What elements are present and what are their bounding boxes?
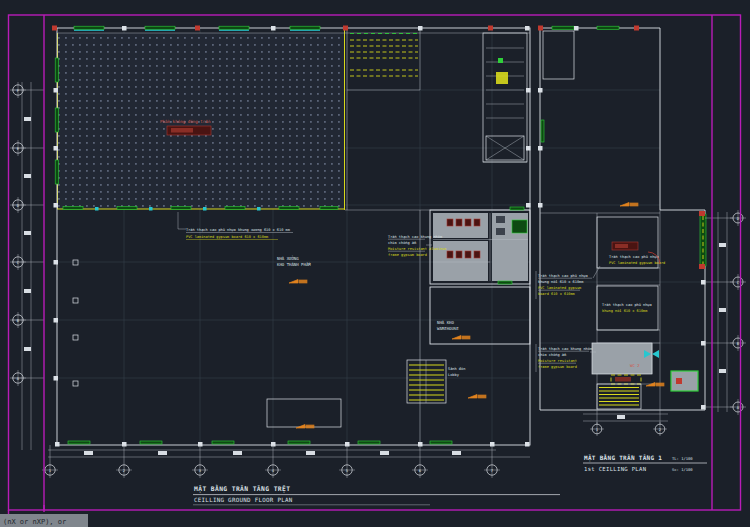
hall-columns — [73, 260, 78, 386]
level-marker-icon — [452, 336, 470, 340]
note-line: Trần thạch cao phủ nhựa khung xương 610 … — [186, 227, 290, 232]
level-markers — [289, 280, 486, 429]
note-line: Moisture resistant aluminum — [388, 247, 446, 251]
command-prompt-text: (nX or nXP), or — [3, 518, 66, 526]
ceiling-strip-lines — [350, 34, 418, 77]
note-line: frame gypsum board — [388, 253, 427, 257]
grid-bubble: C — [10, 254, 26, 270]
equipment-box — [671, 371, 698, 391]
grid-bubble: A — [10, 370, 26, 386]
grid-bubble-label: C — [737, 280, 739, 285]
warehouse-room — [430, 287, 530, 344]
drawing-title-vi: MẶT BẰNG TRẦN TẦNG 1 — [584, 454, 662, 462]
grid-bubble-label: C — [17, 260, 19, 265]
note-line: board 610 x 610mm — [538, 292, 575, 296]
grid-bubble-label: 7 — [491, 468, 493, 473]
right-hatch2-label: Trần thạch cao phủ nhựa khung nổi 610 x … — [602, 302, 652, 313]
grid-ceiling-note: Trần thạch cao phủ nhựa khung xương 610 … — [178, 212, 293, 240]
drawing-scale: TL: 1/100 — [672, 456, 693, 461]
grid-bubble: D — [730, 210, 746, 226]
grid-bubble: 1 — [590, 422, 604, 436]
grid-bubble: 6 — [412, 462, 428, 478]
level-marker-icon — [620, 203, 638, 207]
grid-bubble: D — [10, 197, 26, 213]
hatch-room-2 — [597, 286, 658, 330]
grid-bubble-label: 2 — [659, 427, 661, 432]
note-line: PVC laminated gypsum board 610 x 610mm — [186, 235, 268, 239]
level-marker-icon — [296, 425, 314, 429]
wall-fixture — [699, 211, 706, 269]
stairs-right — [597, 384, 641, 409]
room-label: NHÀ KHO — [437, 320, 454, 325]
drawing-title-en: 1st CEILLING PLAN — [584, 466, 646, 472]
note-line: Trần thạch cao phủ nhựa — [538, 273, 588, 278]
cad-canvas: Phần không đóng trần Trần thạch cao phủ … — [0, 0, 750, 527]
grid-bubble: 2 — [653, 422, 667, 436]
wc-room: WC 2 — [592, 343, 652, 384]
toilet-block — [430, 207, 530, 284]
drawing-title-en: CEILLING GROUND FLOOR PLAN — [194, 497, 293, 503]
room-label: NHÀ XƯỞNG — [277, 255, 299, 261]
cad-paperspace: Phần không đóng trần Trần thạch cao phủ … — [0, 0, 750, 527]
note-line: Trần thạch cao khung nhôm — [388, 235, 442, 239]
room-label: Lobby — [448, 373, 460, 377]
shaft-marker — [496, 72, 508, 84]
note-line: Phần không đóng trần — [160, 119, 211, 124]
level-marker-icon — [646, 383, 664, 387]
note-line: frame gypsum board — [538, 365, 577, 369]
note-line: Moisture resistant — [538, 359, 577, 363]
stair-shaft-hatch — [543, 31, 574, 79]
grid-bubble-label: 3 — [199, 468, 201, 473]
bottom-grid-axis: 1 2 3 4 5 6 7 — [42, 445, 530, 478]
command-bar[interactable]: (nX or nXP), or — [0, 514, 88, 527]
grid-bubble: E — [10, 140, 26, 156]
note-line: Trần thạch cao phủ nhựa — [609, 254, 659, 259]
pvc-note: Trần thạch cao phủ nhựa khung nổi 610 x … — [536, 266, 600, 299]
note-line: PVC laminated gypsum board — [609, 261, 665, 265]
no-ceiling-label: Phần không đóng trần — [160, 119, 211, 135]
note-line: khung nổi 610 x 610mm — [538, 279, 583, 284]
moisture-note-2: Trần thạch cao khung nhôm chìm chống ẩm … — [536, 344, 596, 372]
note-line: PVC laminated gypsum — [538, 286, 581, 290]
grid-bubble: 4 — [265, 462, 281, 478]
right-plan-bottom-axis: 1 2 — [583, 410, 668, 436]
duct-shaft — [512, 220, 527, 233]
main-title-block: MẶT BẰNG TRẦN TẦNG TRỆT CEILLING GROUND … — [193, 484, 560, 505]
note-line: Trần thạch cao khung nhôm — [538, 347, 592, 351]
level-marker-icon — [289, 280, 307, 284]
room-label: KHO THÀNH PHẨM — [277, 262, 311, 267]
grid-bubble: 3 — [192, 462, 208, 478]
note-line: chìm chống ẩm — [538, 352, 566, 357]
shaft-corridor — [483, 33, 527, 162]
grid-bubble: B — [730, 335, 746, 351]
room-label: WAREHOUSE — [437, 326, 459, 331]
right-title-block: MẶT BẰNG TRẦN TẦNG 1 TL: 1/100 1st CEILL… — [583, 454, 707, 472]
grid-bubble: 7 — [484, 462, 500, 478]
grid-bubble: B — [10, 312, 26, 328]
grid-bubble: A — [730, 399, 746, 415]
left-grid-axis: F E D C B A — [10, 82, 44, 450]
grid-bubble: 2 — [116, 462, 132, 478]
grid-bubble-label: 2 — [123, 468, 125, 473]
note-line: chìm chống ẩm — [388, 240, 416, 245]
entrance-canopy — [267, 399, 341, 427]
grid-bubble: F — [10, 82, 26, 98]
right-plan: Trần thạch cao phủ nhựa PVC laminated gy… — [536, 26, 706, 411]
grid-bubble: C — [730, 274, 746, 290]
grid-bubble-label: 5 — [346, 468, 348, 473]
room-label: Sảnh đón — [448, 366, 465, 371]
note-line: Trần thạch cao phủ nhựa — [602, 302, 652, 307]
right-hatch-label: Trần thạch cao phủ nhựa PVC laminated gy… — [609, 242, 665, 265]
level-marker-icon — [468, 395, 486, 399]
drawing-title-vi: MẶT BẰNG TRẦN TẦNG TRỆT — [194, 484, 290, 493]
stairs-main — [407, 360, 446, 403]
note-line: khung nổi 610 x 610mm — [602, 308, 647, 313]
grid-bubble: 5 — [339, 462, 355, 478]
room-label: WC 2 — [630, 363, 640, 368]
drawing-scale: Sc: 1/100 — [672, 467, 693, 472]
